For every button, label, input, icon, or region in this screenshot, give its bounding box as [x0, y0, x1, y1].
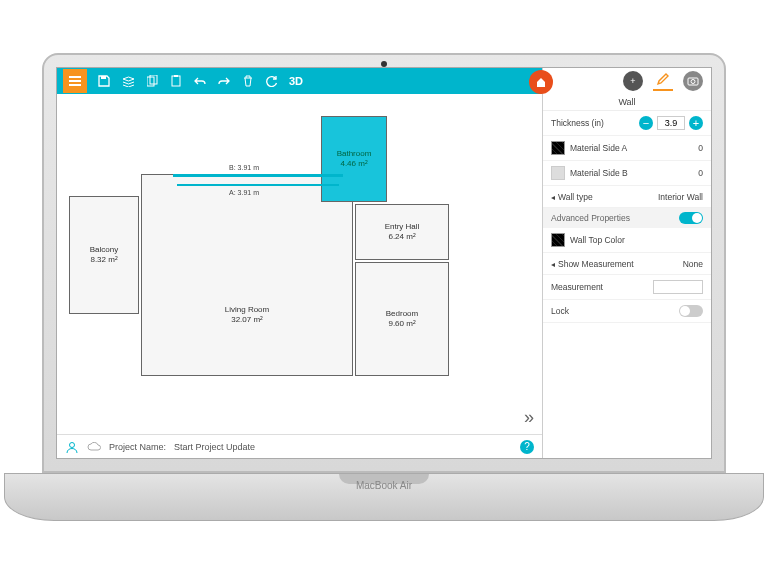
lock-label: Lock [551, 306, 569, 316]
show-measurement-label: Show Measurement [558, 259, 634, 269]
room-bathroom[interactable]: Bathroom4.46 m² [321, 116, 387, 202]
layers-icon[interactable] [121, 74, 135, 88]
home-badge-icon[interactable] [529, 70, 553, 94]
project-name-value: Start Project Update [174, 442, 255, 452]
redo-icon[interactable] [217, 74, 231, 88]
svg-rect-0 [101, 76, 106, 79]
room-bedroom[interactable]: Bedroom9.60 m² [355, 262, 449, 376]
user-icon[interactable] [65, 440, 79, 454]
room-area: 4.46 m² [340, 159, 367, 168]
dimension-b: B: 3.91 m [229, 164, 259, 171]
main-area: 3D Balcony8.32 m² Living Room32.07 m² [57, 68, 543, 458]
svg-point-7 [691, 80, 695, 84]
show-measurement-row[interactable]: ◂Show Measurement None [543, 253, 711, 275]
material-a-label: Material Side A [570, 143, 627, 153]
help-button[interactable]: ? [520, 440, 534, 454]
selected-wall-b[interactable] [173, 174, 343, 177]
next-chevron-icon[interactable]: » [524, 407, 534, 428]
panel-title: Wall [543, 94, 711, 111]
wall-type-row[interactable]: ◂Wall type Interior Wall [543, 186, 711, 208]
measurement-label: Measurement [551, 282, 603, 292]
status-bar: Project Name: Start Project Update ? [57, 434, 542, 458]
room-balcony[interactable]: Balcony8.32 m² [69, 196, 139, 314]
lock-toggle[interactable] [679, 305, 703, 317]
floorplan-canvas[interactable]: Balcony8.32 m² Living Room32.07 m² Bathr… [57, 94, 542, 434]
room-label: Balcony [90, 245, 118, 254]
thickness-stepper: − + [639, 116, 703, 130]
thickness-minus[interactable]: − [639, 116, 653, 130]
dimension-a: A: 3.91 m [229, 189, 259, 196]
svg-rect-4 [174, 75, 178, 77]
selected-wall-a[interactable] [177, 184, 339, 186]
laptop-base [4, 473, 764, 521]
material-b-value: 0 [698, 168, 703, 178]
wall-top-color-swatch[interactable] [551, 233, 565, 247]
advanced-toggle[interactable] [679, 212, 703, 224]
room-area: 32.07 m² [231, 315, 263, 324]
cloud-icon[interactable] [87, 440, 101, 454]
wall-top-color-label: Wall Top Color [570, 235, 625, 245]
material-a-value: 0 [698, 143, 703, 153]
top-toolbar: 3D [57, 68, 542, 94]
thickness-input[interactable] [657, 116, 685, 130]
thickness-label: Thickness (in) [551, 118, 604, 128]
room-entry[interactable]: Entry Hall6.24 m² [355, 204, 449, 260]
rotate-icon[interactable] [265, 74, 279, 88]
add-button[interactable]: + [623, 71, 643, 91]
menu-button[interactable] [63, 69, 87, 93]
room-area: 9.60 m² [388, 319, 415, 328]
material-a-swatch[interactable] [551, 141, 565, 155]
clipboard-icon[interactable] [169, 74, 183, 88]
room-living[interactable]: Living Room32.07 m² [141, 174, 353, 376]
material-b-label: Material Side B [570, 168, 628, 178]
laptop-frame: 3D Balcony8.32 m² Living Room32.07 m² [42, 53, 726, 523]
wall-type-value: Interior Wall [658, 192, 703, 202]
measurement-input[interactable] [653, 280, 703, 294]
room-label: Bedroom [386, 309, 418, 318]
room-label: Entry Hall [385, 222, 420, 231]
project-name-label: Project Name: [109, 442, 166, 452]
svg-rect-3 [172, 76, 180, 86]
app-screen: 3D Balcony8.32 m² Living Room32.07 m² [56, 67, 712, 459]
show-measurement-value: None [683, 259, 703, 269]
edit-tab[interactable] [653, 71, 673, 91]
camera-button[interactable] [683, 71, 703, 91]
undo-icon[interactable] [193, 74, 207, 88]
material-b-swatch[interactable] [551, 166, 565, 180]
thickness-plus[interactable]: + [689, 116, 703, 130]
save-icon[interactable] [97, 74, 111, 88]
wall-type-label: Wall type [558, 192, 593, 202]
properties-panel: + Wall Thickness (in) − + [543, 68, 711, 458]
screen-bezel: 3D Balcony8.32 m² Living Room32.07 m² [42, 53, 726, 473]
room-area: 8.32 m² [90, 255, 117, 264]
chevron-left-icon: ◂ [551, 260, 555, 269]
room-area: 6.24 m² [388, 232, 415, 241]
advanced-header: Advanced Properties [551, 213, 630, 223]
svg-point-5 [70, 442, 75, 447]
room-label: Bathroom [337, 149, 372, 158]
chevron-left-icon: ◂ [551, 193, 555, 202]
room-label: Living Room [225, 305, 269, 314]
3d-toggle[interactable]: 3D [289, 75, 303, 87]
trash-icon[interactable] [241, 74, 255, 88]
copy-icon[interactable] [145, 74, 159, 88]
